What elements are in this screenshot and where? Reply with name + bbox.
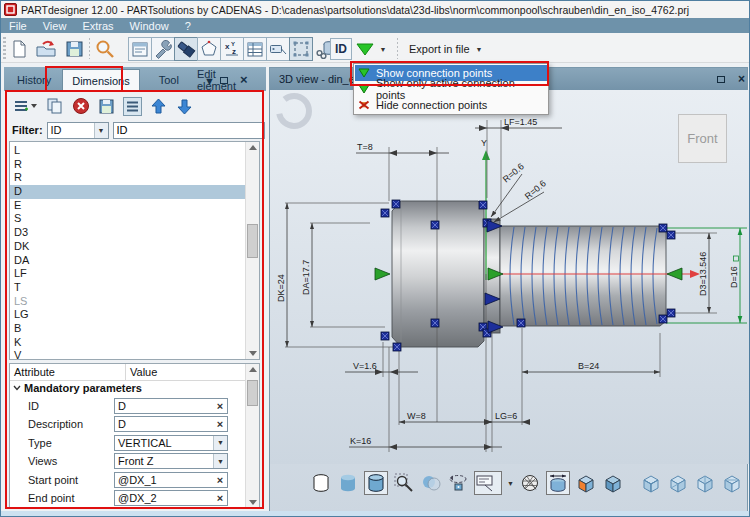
tab-tool[interactable]: Tool xyxy=(150,69,188,91)
list-item-disabled[interactable]: LS xyxy=(10,295,259,309)
panel-close-button[interactable]: × xyxy=(240,72,248,87)
list-item[interactable]: K xyxy=(10,336,259,350)
green-triangle-icon xyxy=(355,41,375,57)
cube-orange-face-button[interactable] xyxy=(575,471,597,495)
list-item[interactable]: E xyxy=(10,199,259,213)
scroll-up-icon[interactable] xyxy=(249,145,257,150)
scroll-down-icon[interactable] xyxy=(249,500,257,505)
dimensions-list[interactable]: L R R D E S D3 DK DA LF T LS LG B K V xyxy=(9,141,260,360)
list-scrollbar[interactable] xyxy=(245,142,259,359)
rotate-view-button[interactable] xyxy=(447,471,469,495)
filter-query-input[interactable] xyxy=(113,122,265,139)
list-item[interactable]: T xyxy=(10,281,259,295)
cylinder-shaded-button[interactable] xyxy=(337,471,359,495)
save-button[interactable] xyxy=(62,37,86,61)
coordinate-xyz-button[interactable]: xYz xyxy=(220,37,244,61)
menu-item-show-only-active[interactable]: Show only active connection points xyxy=(355,81,547,97)
clear-icon[interactable]: × xyxy=(213,418,227,430)
menu-help[interactable]: ? xyxy=(177,18,199,33)
wireframe-sphere-button[interactable] xyxy=(519,471,541,495)
annotation-caret[interactable]: ▼ xyxy=(507,480,514,487)
cube-solid-button[interactable] xyxy=(602,471,624,495)
menu-window[interactable]: Window xyxy=(122,18,177,33)
start-point-field[interactable]: @DX_1× xyxy=(114,472,228,488)
open-button[interactable] xyxy=(34,37,58,61)
zoom-button[interactable] xyxy=(393,471,415,495)
clear-icon[interactable]: × xyxy=(213,474,227,486)
description-field[interactable]: D× xyxy=(114,416,228,432)
menu-options-button[interactable] xyxy=(12,97,38,116)
connection-points-dropdown-button[interactable] xyxy=(354,37,376,61)
viewport-maximize-button[interactable] xyxy=(714,73,727,85)
dropdown-caret[interactable]: ▼ xyxy=(213,454,227,468)
label-button[interactable] xyxy=(266,37,290,61)
sketch-button[interactable] xyxy=(197,37,221,61)
list-item[interactable]: D3 xyxy=(10,226,259,240)
view-cube-button-4[interactable] xyxy=(721,471,743,495)
list-item[interactable]: B xyxy=(10,322,259,336)
clear-icon[interactable]: × xyxy=(213,400,227,412)
selection-frame-button[interactable] xyxy=(289,37,313,61)
save-list-button[interactable] xyxy=(97,97,116,116)
row-attr: Description xyxy=(10,418,114,430)
list-item-selected[interactable]: D xyxy=(10,185,259,199)
panel-maximize-button[interactable] xyxy=(220,74,228,86)
mandatory-parameters-group[interactable]: Mandatory parameters xyxy=(10,381,259,395)
move-down-button[interactable] xyxy=(175,97,194,116)
filter-field-select[interactable]: ID ▼ xyxy=(47,122,109,139)
type-select[interactable]: VERTICAL▼ xyxy=(114,435,228,451)
search-button[interactable] xyxy=(93,37,117,61)
view-cube-button-3[interactable] xyxy=(694,471,716,495)
table-scrollbar[interactable] xyxy=(245,364,259,508)
id-field[interactable]: D× xyxy=(114,398,228,414)
menu-view[interactable]: View xyxy=(35,18,75,33)
scroll-down-icon[interactable] xyxy=(249,351,257,356)
screw-dimension-button[interactable] xyxy=(174,37,198,61)
tab-history[interactable]: History xyxy=(8,69,60,91)
cylinder-wireframe-button[interactable] xyxy=(310,471,332,495)
list-scrollbar-thumb[interactable] xyxy=(247,224,258,258)
dropdown-caret[interactable]: ▼ xyxy=(213,436,227,450)
move-up-button[interactable] xyxy=(149,97,168,116)
filter-combo-caret[interactable]: ▼ xyxy=(94,123,108,138)
annotation-tool-button[interactable] xyxy=(474,471,502,495)
copy-button[interactable] xyxy=(45,97,64,116)
front-view-button[interactable]: Front xyxy=(678,114,727,163)
list-item[interactable]: LF xyxy=(10,267,259,281)
list-item[interactable]: S xyxy=(10,212,259,226)
list-item[interactable]: R xyxy=(10,158,259,172)
table-scrollbar-thumb[interactable] xyxy=(247,380,258,406)
list-item[interactable]: DA xyxy=(10,254,259,268)
cylinder-shaded-edges-button[interactable] xyxy=(364,471,388,495)
view-cube-button-1[interactable] xyxy=(640,471,662,495)
view-cube-button-2[interactable] xyxy=(667,471,689,495)
list-item[interactable]: L xyxy=(10,144,259,158)
clear-icon[interactable]: × xyxy=(213,492,227,504)
list-item[interactable]: R xyxy=(10,171,259,185)
delete-button[interactable] xyxy=(71,97,90,116)
measure-cylinder-button[interactable] xyxy=(546,471,570,495)
panel-caret-button[interactable]: ▼ xyxy=(204,76,215,87)
id-button[interactable]: ID xyxy=(330,38,352,60)
menu-file[interactable]: File xyxy=(1,18,35,33)
list-view-button[interactable] xyxy=(123,97,142,116)
menu-extras[interactable]: Extras xyxy=(74,18,121,33)
export-in-file-button[interactable]: Export in file ▼ xyxy=(405,39,486,59)
table-button[interactable] xyxy=(243,37,267,61)
table-row: ID D× xyxy=(10,398,259,414)
list-item[interactable]: V xyxy=(10,349,259,360)
views-select[interactable]: Front Z▼ xyxy=(114,453,228,469)
viewport-close-button[interactable]: × xyxy=(735,73,748,85)
list-item[interactable]: DK xyxy=(10,240,259,254)
scroll-up-icon[interactable] xyxy=(249,367,257,372)
transparency-button[interactable] xyxy=(420,471,442,495)
end-point-field[interactable]: @DX_2× xyxy=(114,490,228,506)
app-window: PARTdesigner 12.00 - PARTsolutions by CA… xyxy=(0,0,750,517)
new-document-button[interactable] xyxy=(7,37,31,61)
history-form-button[interactable] xyxy=(128,37,152,61)
tab-dimensions[interactable]: Dimensions xyxy=(62,69,139,91)
list-item[interactable]: LG xyxy=(10,308,259,322)
connection-points-dropdown-caret[interactable]: ▼ xyxy=(377,37,389,61)
tool-button[interactable] xyxy=(151,37,175,61)
viewport-3d[interactable]: 3D view - din_en_is × xyxy=(269,67,748,515)
